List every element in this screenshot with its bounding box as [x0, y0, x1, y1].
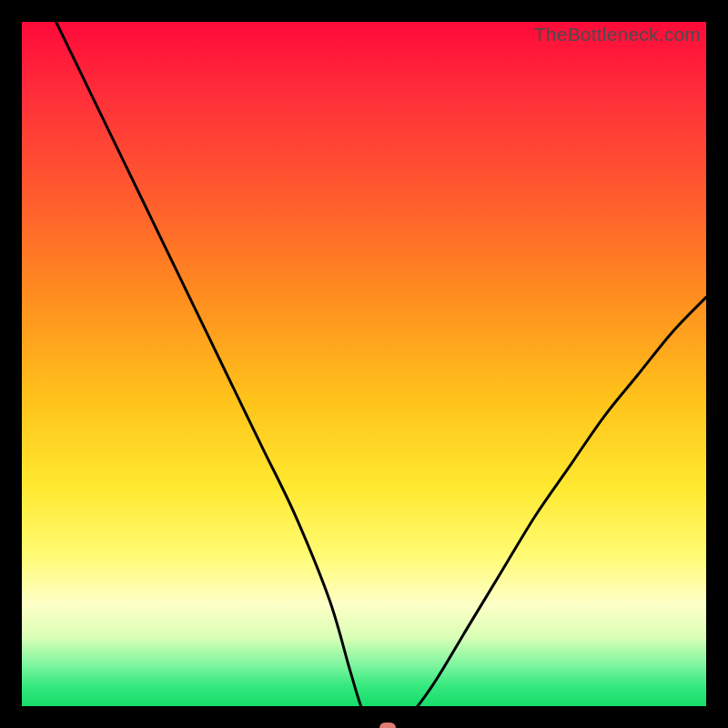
bottleneck-curve — [22, 22, 706, 728]
plot-area: TheBottleneck.com — [22, 22, 706, 706]
curve-path — [56, 22, 706, 728]
optimum-marker — [379, 723, 396, 728]
chart-frame: TheBottleneck.com — [0, 0, 728, 728]
